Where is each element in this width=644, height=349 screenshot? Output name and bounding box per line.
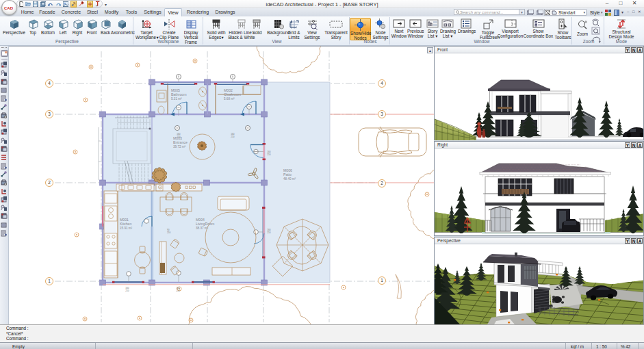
svg-text:38.37 m²: 38.37 m² (196, 227, 209, 230)
svg-text:210: 210 (167, 231, 171, 234)
svg-text:48.40 m²: 48.40 m² (283, 177, 296, 181)
svg-text:1: 1 (48, 279, 51, 283)
svg-text:39.72 m²: 39.72 m² (173, 145, 186, 148)
svg-text:15.91 m²: 15.91 m² (120, 227, 133, 230)
svg-text:5.31 m²: 5.31 m² (171, 97, 182, 101)
svg-text:3: 3 (381, 112, 383, 116)
svg-text:2: 2 (381, 181, 383, 185)
svg-text:4: 4 (48, 81, 51, 86)
svg-text:Entrance: Entrance (173, 140, 188, 144)
svg-text:Kitchen: Kitchen (120, 222, 131, 226)
svg-text:2: 2 (48, 180, 51, 185)
svg-text:3: 3 (48, 112, 51, 116)
svg-text:Bathroom: Bathroom (171, 92, 187, 96)
svg-text:210: 210 (267, 231, 271, 234)
svg-text:210: 210 (176, 289, 180, 292)
svg-text:LivingRoom: LivingRoom (196, 222, 214, 226)
svg-text:4: 4 (381, 81, 383, 86)
svg-text:210: 210 (267, 153, 271, 156)
svg-text:Patio: Patio (283, 172, 292, 177)
svg-text:210: 210 (231, 135, 235, 138)
svg-text:1: 1 (381, 278, 383, 283)
svg-text:210: 210 (125, 289, 129, 292)
svg-text:5.68 m²: 5.68 m² (224, 97, 235, 101)
svg-text:Cloakroom: Cloakroom (224, 92, 241, 96)
